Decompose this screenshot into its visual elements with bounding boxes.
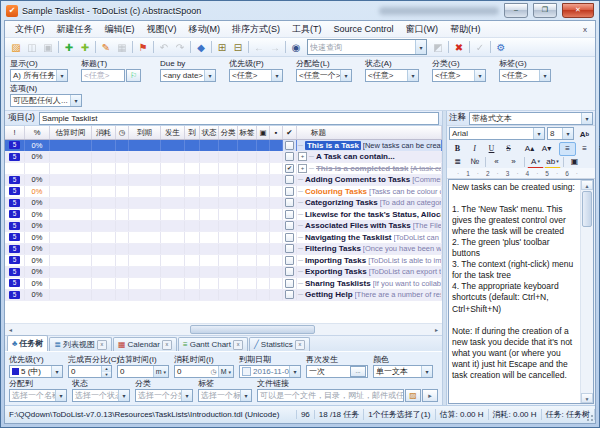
save-all-icon[interactable]: ▣ [40, 40, 56, 55]
view-tab-3[interactable]: ≡Gantt Chartx [178, 337, 248, 351]
menu-item-0[interactable]: 文件(F) [9, 23, 51, 36]
recurrence-field[interactable]: 一次 ... [306, 365, 368, 378]
menu-item-7[interactable]: Source Control [328, 24, 400, 34]
task-checkbox[interactable] [285, 267, 294, 276]
status-combo[interactable]: 选择一个状态 ▾ [72, 389, 130, 402]
undo-icon[interactable]: ↶ [156, 40, 172, 55]
outdent-icon[interactable]: « [488, 155, 505, 169]
back-icon[interactable]: ← [251, 40, 267, 55]
select-all-icon[interactable]: ◩ [430, 40, 446, 55]
bold-icon[interactable]: B [449, 142, 466, 156]
column-header-3[interactable]: 消耗 [92, 126, 116, 139]
strikethrough-icon[interactable]: S [500, 142, 517, 156]
scroll-thumb[interactable] [582, 191, 592, 227]
task-checkbox[interactable] [285, 290, 294, 299]
time-unit-button[interactable]: m▾ [153, 366, 168, 377]
comments-format-combo[interactable]: 带格式文本 ▾ [469, 112, 593, 125]
estimate-input[interactable]: 0 m▾ [117, 365, 169, 378]
attachment-icon[interactable]: ▦ [114, 40, 130, 55]
column-header-7[interactable]: 到 [185, 126, 200, 139]
menu-close-icon[interactable]: x [579, 25, 591, 34]
title-filter-input[interactable] [81, 69, 125, 82]
task-row[interactable]: 50%─Likewise for the task's Status, Allo… [5, 209, 442, 221]
task-checkbox[interactable] [285, 233, 294, 242]
task-row[interactable]: 50%─Exporting Tasks[ToDoList can export … [5, 267, 442, 279]
view-tab-1[interactable]: ≣列表视图x [49, 337, 112, 351]
quick-search-input[interactable] [308, 43, 415, 52]
font-family-combo[interactable]: Arial ▾ [449, 127, 545, 140]
maximize-button[interactable]: ❐ [533, 3, 557, 18]
tags-combo[interactable]: 选择一个标签 ▾ [198, 389, 252, 402]
filter-combo-6[interactable]: <任意>▾ [432, 69, 486, 82]
tab-close-icon[interactable]: x [97, 340, 107, 350]
filter-combo-3[interactable]: <任意>▾ [229, 69, 283, 82]
task-row[interactable]: 50%─Adding Comments to Tasks[Comments ar… [5, 175, 442, 187]
task-row[interactable]: 50%─Getting Help[There are a number of r… [5, 290, 442, 302]
scroll-thumb[interactable] [190, 325, 315, 334]
scroll-left-icon[interactable]: ◂ [5, 326, 16, 333]
horizontal-scrollbar[interactable]: ◂ ▸ [5, 323, 442, 335]
new-task-icon[interactable]: ✚ [61, 40, 77, 55]
menu-item-2[interactable]: 编辑(E) [99, 23, 141, 36]
priority-combo[interactable]: 5 (中) ▾ [9, 365, 63, 378]
indent-icon[interactable]: » [505, 155, 522, 169]
align-right-icon[interactable]: ≡ [593, 142, 600, 156]
view-tab-2[interactable]: ▦Calendarx [113, 337, 177, 351]
column-header-0[interactable]: ! [5, 126, 25, 139]
view-tab-4[interactable]: ╱Statisticsx [249, 337, 310, 351]
column-header-clock-icon[interactable]: ◷ [116, 126, 129, 139]
column-header-1[interactable]: % [25, 126, 50, 139]
percent-input[interactable]: 0 ▲▼ [68, 365, 112, 378]
task-row[interactable]: ✔+─This is a completed task[A task can b… [5, 163, 442, 175]
minimize-button[interactable]: – [504, 3, 528, 18]
color-combo[interactable]: 单一文本 ▾ [373, 365, 433, 378]
expand-icon[interactable]: + [298, 164, 307, 173]
task-checkbox[interactable] [285, 244, 294, 253]
column-header-8[interactable]: 状态 [200, 126, 219, 139]
file-link-input[interactable]: 可以是一个文件，目录，网址，邮件或任务树 [257, 389, 404, 402]
task-row[interactable]: 50%─Navigating the Tasklist[ToDoList can… [5, 232, 442, 244]
column-header-6[interactable]: 发生 [161, 126, 185, 139]
align-center-icon[interactable]: ≡ [576, 142, 593, 156]
filter-combo-0[interactable]: A) 所有任务▾ [10, 69, 68, 82]
task-checkbox[interactable] [285, 152, 294, 161]
scroll-down-icon[interactable]: ▼ [581, 393, 593, 403]
task-checkbox[interactable] [285, 141, 294, 150]
task-row[interactable]: 50%+─A Task can contain... [5, 152, 442, 164]
menu-item-3[interactable]: 视图(V) [141, 23, 183, 36]
task-checkbox[interactable]: ✔ [285, 164, 294, 173]
filter-combo-5[interactable]: <任意>▾ [365, 69, 419, 82]
italic-icon[interactable]: I [466, 142, 483, 156]
task-row[interactable]: 50%─This is a Task[New tasks can be crea… [5, 140, 442, 152]
menu-item-5[interactable]: 排序方式(S) [226, 23, 286, 36]
tab-close-icon[interactable]: x [233, 340, 243, 350]
chevron-down-icon[interactable]: ▾ [415, 40, 426, 54]
redo-icon[interactable]: ↷ [172, 40, 188, 55]
task-row[interactable]: 50%─Importing Tasks[ToDoList is able to … [5, 255, 442, 267]
title-filter-options-icon[interactable]: ⚐ [126, 69, 141, 82]
expand-all-icon[interactable]: ⊞ [214, 40, 230, 55]
forward-icon[interactable]: → [267, 40, 283, 55]
open-tasklist-icon[interactable]: ▨ [8, 40, 24, 55]
filter-combo-2[interactable]: <any date>▾ [160, 69, 216, 82]
view-tab-0[interactable]: ♣任务树 [7, 335, 48, 351]
delete-task-icon[interactable]: ✖ [451, 40, 467, 55]
numbered-list-icon[interactable]: № [466, 155, 483, 169]
task-row[interactable]: 50%─Categorizing Tasks[To add an categor… [5, 198, 442, 210]
edit-task-icon[interactable]: ✎ [98, 40, 114, 55]
due-date-picker[interactable]: 2016-11-04 ▾ [239, 365, 301, 378]
menu-item-8[interactable]: 窗口(W) [400, 23, 445, 36]
preferences-icon[interactable]: ⚙ [493, 40, 509, 55]
filter-options-combo[interactable]: 可匹配任何人... ▾ [10, 94, 82, 107]
spent-input[interactable]: 0 ◷ M▾ [174, 365, 234, 378]
column-header-5[interactable]: 到期 [129, 126, 161, 139]
column-header-checkbox-icon[interactable]: ✔ [283, 126, 297, 139]
tab-close-icon[interactable]: x [162, 340, 172, 350]
menu-item-1[interactable]: 新建任务 [51, 23, 99, 36]
column-header-10[interactable]: 标签 [238, 126, 257, 139]
column-header-2[interactable]: 估算时间 [50, 126, 92, 139]
task-row[interactable]: 50%─Associated Files with Tasks[The File… [5, 221, 442, 233]
find-tasks-icon[interactable]: ◉ [288, 40, 304, 55]
new-subtask-icon[interactable]: ✚ [77, 40, 93, 55]
column-header-9[interactable]: 分类 [219, 126, 238, 139]
